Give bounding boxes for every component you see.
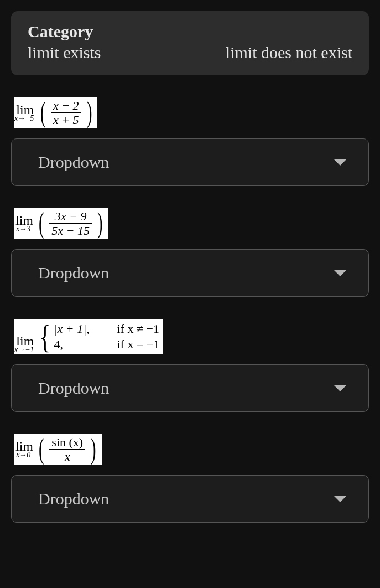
- chevron-down-icon: [334, 496, 346, 502]
- limit-expression: lim x→3 ( 3x − 9 5x − 15 ): [14, 208, 108, 239]
- category-dropdown[interactable]: Dropdown: [11, 475, 369, 523]
- problem-item: lim x→3 ( 3x − 9 5x − 15 ) Dropdown: [11, 208, 369, 297]
- chevron-down-icon: [334, 270, 346, 276]
- dropdown-placeholder: Dropdown: [38, 264, 109, 282]
- lim-sub: x→0: [14, 451, 32, 460]
- piecewise-cond: if x ≠ −1: [113, 321, 159, 337]
- category-title: Category: [28, 22, 352, 41]
- paren-close: ): [87, 98, 92, 127]
- piecewise-cond: if x = −1: [113, 337, 159, 352]
- lim-sub: x→3: [14, 225, 32, 234]
- problem-item: lim x→−5 ( x − 2 x + 5 ) Dropdown: [11, 97, 369, 186]
- denominator: x + 5: [51, 113, 81, 127]
- dropdown-placeholder: Dropdown: [38, 153, 109, 172]
- lim-label: lim: [15, 216, 33, 225]
- paren-open: (: [40, 98, 46, 127]
- lim-sub: x→−1: [14, 345, 34, 354]
- paren-open: (: [39, 435, 44, 463]
- limit-expression: lim x→0 ( sin (x) x ): [14, 434, 102, 465]
- lim-label: lim: [15, 337, 35, 345]
- numerator: sin (x): [49, 436, 85, 450]
- brace-icon: {: [39, 323, 50, 350]
- limit-expression: lim x→−5 ( x − 2 x + 5 ): [14, 97, 97, 128]
- dropdown-placeholder: Dropdown: [38, 379, 109, 398]
- category-dropdown[interactable]: Dropdown: [11, 364, 369, 412]
- chevron-down-icon: [334, 159, 346, 166]
- piecewise-expr: 4,: [54, 337, 113, 352]
- piecewise-expr: |x + 1|,: [54, 321, 113, 337]
- problem-item: lim x→−1 { |x + 1|, if x ≠ −1 4, if x = …: [11, 319, 369, 412]
- limit-expression: lim x→−1 { |x + 1|, if x ≠ −1 4, if x = …: [14, 319, 163, 354]
- category-header: Category limit exists limit does not exi…: [11, 11, 369, 75]
- lim-label: lim: [15, 105, 35, 114]
- category-option-exists: limit exists: [28, 43, 101, 62]
- paren-close: ): [97, 209, 103, 238]
- denominator: x: [49, 450, 85, 464]
- lim-label: lim: [15, 442, 33, 451]
- numerator: x − 2: [51, 99, 81, 113]
- paren-open: (: [39, 209, 44, 238]
- category-option-not-exist: limit does not exist: [226, 43, 352, 62]
- dropdown-placeholder: Dropdown: [38, 489, 109, 508]
- category-dropdown[interactable]: Dropdown: [11, 249, 369, 297]
- problem-item: lim x→0 ( sin (x) x ) Dropdown: [11, 434, 369, 523]
- chevron-down-icon: [334, 385, 346, 391]
- category-dropdown[interactable]: Dropdown: [11, 138, 369, 186]
- numerator: 3x − 9: [49, 210, 92, 224]
- lim-sub: x→−5: [14, 114, 34, 123]
- denominator: 5x − 15: [49, 224, 92, 238]
- paren-close: ): [91, 435, 96, 463]
